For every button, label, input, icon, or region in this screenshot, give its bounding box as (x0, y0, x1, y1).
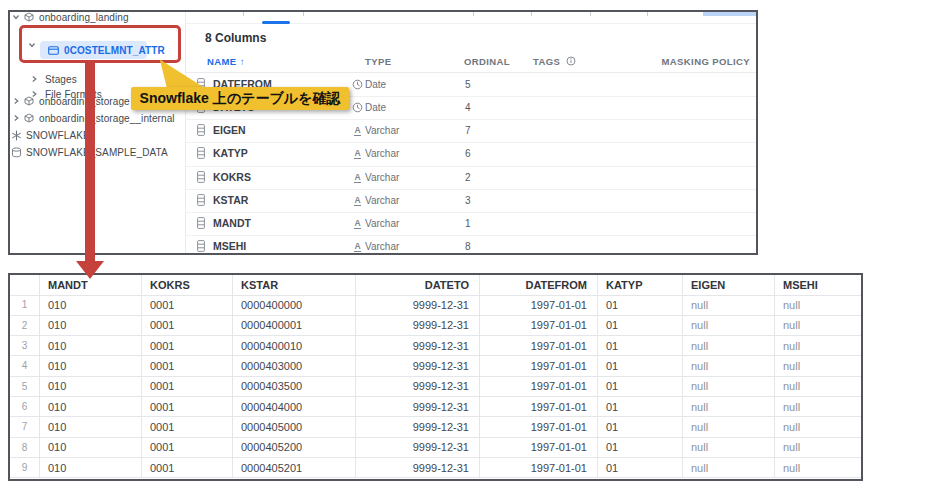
table-cell[interactable]: 9999-12-31 (356, 438, 480, 458)
table-cell-null[interactable]: null (775, 336, 861, 356)
table-cell[interactable]: 01 (598, 295, 683, 315)
chevron-right-icon[interactable] (12, 114, 20, 122)
row-number[interactable]: 2 (10, 316, 40, 336)
table-cell[interactable]: 1997-01-01 (480, 417, 598, 437)
column-row-eigen[interactable]: EIGEN A Varchar 7 (186, 120, 756, 142)
table-cell[interactable]: 0001 (142, 356, 233, 376)
sidebar-item-onboarding-landing[interactable]: onboarding_landing (12, 9, 129, 25)
row-number[interactable]: 4 (10, 356, 40, 376)
table-header-dateto[interactable]: DATETO (356, 275, 480, 296)
table-cell[interactable]: 1997-01-01 (480, 438, 598, 458)
table-cell[interactable]: 0001 (142, 438, 233, 458)
table-header-datefrom[interactable]: DATEFROM (480, 275, 598, 296)
table-cell[interactable]: 0001 (142, 377, 233, 397)
table-cell-null[interactable]: null (683, 417, 775, 437)
table-cell[interactable]: 0001 (142, 397, 233, 417)
table-cell[interactable]: 0000400001 (233, 316, 356, 336)
table-cell-null[interactable]: null (775, 438, 861, 458)
table-cell-null[interactable]: null (683, 397, 775, 417)
row-number[interactable]: 5 (10, 377, 40, 397)
chevron-right-icon[interactable] (30, 75, 38, 83)
table-cell-null[interactable]: null (775, 377, 861, 397)
table-cell[interactable]: 0000405000 (233, 417, 356, 437)
table-cell[interactable]: 0000403500 (233, 377, 356, 397)
table-cell-null[interactable]: null (775, 316, 861, 336)
column-header-name[interactable]: NAME ↑ (207, 56, 245, 67)
table-cell[interactable]: 01 (598, 377, 683, 397)
table-cell-null[interactable]: null (683, 316, 775, 336)
column-row-mandt[interactable]: MANDT A Varchar 1 (186, 213, 756, 235)
table-cell[interactable]: 9999-12-31 (356, 417, 480, 437)
table-cell[interactable]: 9999-12-31 (356, 458, 480, 478)
column-row-katyp[interactable]: KATYP A Varchar 6 (186, 143, 756, 165)
table-cell[interactable]: 01 (598, 438, 683, 458)
table-header-msehi[interactable]: MSEHI (775, 275, 861, 296)
table-cell[interactable]: 0001 (142, 458, 233, 478)
table-header-kokrs[interactable]: KOKRS (142, 275, 233, 296)
table-cell[interactable]: 9999-12-31 (356, 295, 480, 315)
table-cell[interactable]: 010 (40, 336, 142, 356)
table-cell[interactable]: 0000400010 (233, 336, 356, 356)
table-cell[interactable]: 9999-12-31 (356, 316, 480, 336)
table-cell[interactable]: 0001 (142, 316, 233, 336)
table-cell[interactable]: 0000404000 (233, 397, 356, 417)
table-cell-null[interactable]: null (775, 458, 861, 478)
table-cell[interactable]: 01 (598, 316, 683, 336)
table-cell[interactable]: 01 (598, 458, 683, 478)
column-header-ordinal[interactable]: ORDINAL (464, 56, 510, 67)
table-cell[interactable]: 1997-01-01 (480, 458, 598, 478)
table-cell[interactable]: 01 (598, 397, 683, 417)
table-cell[interactable]: 9999-12-31 (356, 336, 480, 356)
table-header-kstar[interactable]: KSTAR (233, 275, 356, 296)
table-cell[interactable]: 1997-01-01 (480, 377, 598, 397)
table-cell[interactable]: 0001 (142, 295, 233, 315)
table-cell-null[interactable]: null (775, 397, 861, 417)
row-number[interactable]: 6 (10, 397, 40, 417)
table-cell-null[interactable]: null (683, 356, 775, 376)
table-cell[interactable]: 1997-01-01 (480, 336, 598, 356)
table-cell[interactable]: 010 (40, 295, 142, 315)
table-cell[interactable]: 1997-01-01 (480, 397, 598, 417)
column-row-kstar[interactable]: KSTAR A Varchar 3 (186, 190, 756, 212)
table-cell[interactable]: 01 (598, 336, 683, 356)
table-cell-null[interactable]: null (683, 377, 775, 397)
row-number[interactable]: 9 (10, 458, 40, 478)
table-cell[interactable]: 1997-01-01 (480, 295, 598, 315)
table-cell-null[interactable]: null (683, 438, 775, 458)
table-cell[interactable]: 01 (598, 356, 683, 376)
row-number[interactable]: 3 (10, 336, 40, 356)
row-number[interactable]: 7 (10, 417, 40, 437)
table-cell[interactable]: 0000400000 (233, 295, 356, 315)
table-cell[interactable]: 1997-01-01 (480, 356, 598, 376)
column-header-tags[interactable]: TAGS (533, 56, 576, 67)
table-header-eigen[interactable]: EIGEN (683, 275, 775, 296)
table-cell-null[interactable]: null (683, 458, 775, 478)
table-cell-null[interactable]: null (775, 417, 861, 437)
table-cell[interactable]: 010 (40, 417, 142, 437)
table-cell[interactable]: 9999-12-31 (356, 377, 480, 397)
chevron-right-icon[interactable] (12, 97, 20, 105)
table-cell[interactable]: 9999-12-31 (356, 397, 480, 417)
table-cell[interactable]: 01 (598, 417, 683, 437)
column-header-type[interactable]: TYPE (365, 56, 391, 67)
table-cell[interactable]: 010 (40, 458, 142, 478)
table-cell[interactable]: 0001 (142, 336, 233, 356)
table-cell[interactable]: 010 (40, 397, 142, 417)
row-number[interactable]: 8 (10, 438, 40, 458)
table-cell[interactable]: 010 (40, 356, 142, 376)
table-cell[interactable]: 010 (40, 377, 142, 397)
table-cell-null[interactable]: null (683, 336, 775, 356)
sidebar-item-stages[interactable]: Stages (30, 71, 77, 87)
table-cell[interactable]: 0000403000 (233, 356, 356, 376)
table-cell[interactable]: 1997-01-01 (480, 316, 598, 336)
table-cell[interactable]: 010 (40, 316, 142, 336)
table-cell[interactable]: 9999-12-31 (356, 356, 480, 376)
chevron-down-icon[interactable] (12, 13, 20, 21)
column-row-msehi[interactable]: MSEHI A Varchar 8 (186, 236, 756, 258)
table-header-katyp[interactable]: KATYP (598, 275, 683, 296)
table-cell-null[interactable]: null (683, 295, 775, 315)
table-cell-null[interactable]: null (775, 356, 861, 376)
sidebar-item-onboarding-storage[interactable]: onboarding_storage (12, 93, 130, 109)
info-icon[interactable] (566, 56, 576, 66)
table-cell[interactable]: 0001 (142, 417, 233, 437)
